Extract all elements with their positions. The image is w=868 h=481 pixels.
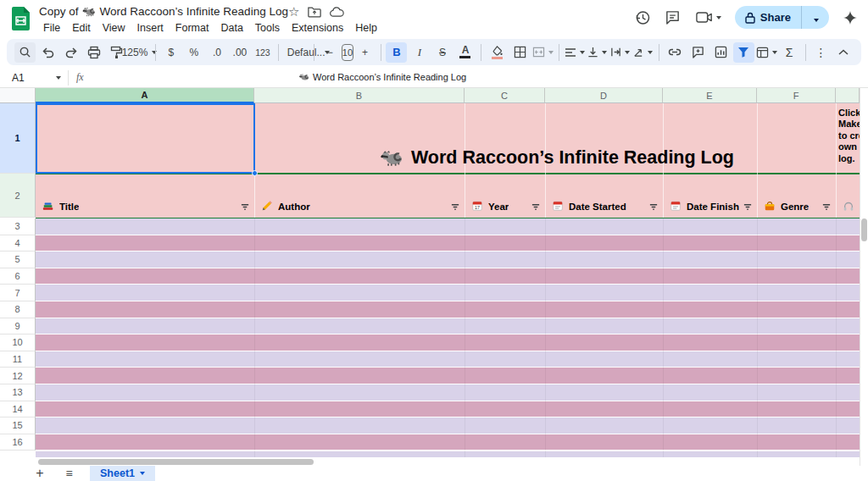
vertical-scrollbar-thumb[interactable] xyxy=(861,218,867,241)
more-options-icon[interactable]: ⋮ xyxy=(810,42,832,63)
filter-button-icon[interactable] xyxy=(531,202,541,212)
text-color-button[interactable]: A xyxy=(454,42,476,63)
header-cell-author[interactable]: Author xyxy=(254,174,465,218)
row-header-3[interactable]: 3 xyxy=(0,218,36,235)
menu-data[interactable]: Data xyxy=(214,20,248,36)
font-size-input[interactable]: 10 xyxy=(342,44,353,61)
row-header-4[interactable]: 4 xyxy=(0,235,36,252)
filter-button-icon[interactable] xyxy=(450,202,460,212)
header-cell-fo[interactable]: Fo xyxy=(836,174,860,218)
row-header-16[interactable]: 16 xyxy=(0,434,36,451)
menu-edit[interactable]: Edit xyxy=(66,20,97,36)
filter-button-icon[interactable] xyxy=(743,202,753,212)
instructions-cell[interactable]: ClickMaketo creown rlog. xyxy=(838,108,860,164)
row-header-12[interactable]: 12 xyxy=(0,368,36,384)
column-header-F[interactable]: F xyxy=(757,88,836,103)
column-header-E[interactable]: E xyxy=(663,88,757,103)
fill-color-icon[interactable] xyxy=(487,42,508,63)
star-icon[interactable]: ☆ xyxy=(288,5,299,19)
share-button[interactable]: Share xyxy=(735,6,829,29)
decrease-decimal-button[interactable]: .0 xyxy=(206,42,227,63)
header-cell-title[interactable]: Title xyxy=(36,174,254,218)
percent-button[interactable]: % xyxy=(183,42,204,63)
sheet-title-cell[interactable]: Word Raccoon’s Infinite Reading Log xyxy=(254,144,860,171)
filter-button-icon[interactable] xyxy=(240,202,250,212)
link-icon[interactable] xyxy=(665,42,686,63)
cloud-saved-icon[interactable] xyxy=(330,7,344,18)
horizontal-scrollbar-thumb[interactable] xyxy=(38,459,314,465)
header-cell-date-finished[interactable]: Date Finished xyxy=(663,174,757,218)
formula-bar-value[interactable]: Word Raccoon’s Infinite Reading Log xyxy=(298,72,466,82)
bold-button[interactable]: B xyxy=(386,42,407,63)
column-header-g[interactable] xyxy=(836,88,860,103)
search-icon[interactable] xyxy=(14,42,36,63)
data-row-15[interactable] xyxy=(36,417,860,434)
row-header-8[interactable]: 8 xyxy=(0,301,36,318)
data-row-14[interactable] xyxy=(36,401,860,417)
data-row-10[interactable] xyxy=(36,334,860,351)
hide-toolbar-icon[interactable] xyxy=(832,42,854,63)
font-select[interactable]: Defaul... xyxy=(284,42,309,63)
name-box[interactable]: A1 xyxy=(8,69,61,86)
print-icon[interactable] xyxy=(83,42,104,63)
row-header-6[interactable]: 6 xyxy=(0,268,36,285)
vertical-scrollbar[interactable] xyxy=(860,88,868,466)
row-header-10[interactable]: 10 xyxy=(0,334,36,351)
header-cell-year[interactable]: 17Year xyxy=(465,174,545,218)
row-header-9[interactable]: 9 xyxy=(0,318,36,335)
header-cell-genre[interactable]: Genre xyxy=(757,174,836,218)
decrease-font-size-button[interactable]: − xyxy=(320,42,341,63)
data-row-8[interactable] xyxy=(36,301,860,318)
increase-decimal-button[interactable]: .00 xyxy=(229,42,250,63)
currency-button[interactable]: $ xyxy=(160,42,181,63)
align-left-icon[interactable] xyxy=(564,42,585,63)
vertical-align-icon[interactable] xyxy=(587,42,608,63)
row-header-5[interactable]: 5 xyxy=(0,252,36,268)
filter-button-icon[interactable] xyxy=(648,202,659,212)
sheets-logo-icon[interactable] xyxy=(12,7,30,30)
spreadsheet-grid[interactable]: ABCDEF 12345678910111213141516 Word Racc… xyxy=(0,88,868,466)
row-header-11[interactable]: 11 xyxy=(0,351,36,368)
undo-icon[interactable] xyxy=(37,42,58,63)
text-wrap-icon[interactable] xyxy=(609,42,631,63)
move-folder-icon[interactable] xyxy=(308,6,321,18)
sheet-tab-sheet1[interactable]: Sheet1 xyxy=(90,466,155,481)
menu-insert[interactable]: Insert xyxy=(131,20,170,36)
column-header-B[interactable]: B xyxy=(254,88,465,103)
increase-font-size-button[interactable]: + xyxy=(354,42,376,63)
row-header-14[interactable]: 14 xyxy=(0,401,36,418)
menu-view[interactable]: View xyxy=(97,20,131,36)
italic-button[interactable]: I xyxy=(409,42,430,63)
number-format-button[interactable]: 123 xyxy=(252,42,273,63)
menu-file[interactable]: File xyxy=(37,20,66,36)
data-row-9[interactable] xyxy=(36,318,860,334)
menu-tools[interactable]: Tools xyxy=(249,20,286,36)
video-call-icon[interactable] xyxy=(694,8,723,27)
functions-button[interactable]: Σ xyxy=(779,42,800,63)
comment-icon[interactable] xyxy=(664,8,682,27)
strikethrough-button[interactable]: S xyxy=(431,42,453,63)
row-header-1[interactable]: 1 xyxy=(0,103,36,174)
filter-views-icon[interactable] xyxy=(756,42,777,63)
menu-help[interactable]: Help xyxy=(349,20,383,36)
filter-button-icon[interactable] xyxy=(821,202,832,212)
share-dropdown[interactable] xyxy=(807,10,826,25)
data-row-17-partial[interactable] xyxy=(36,451,860,457)
zoom-select[interactable]: 125% xyxy=(129,42,150,63)
data-row-3[interactable] xyxy=(36,218,860,235)
history-icon[interactable] xyxy=(633,8,652,27)
redo-icon[interactable] xyxy=(60,42,81,63)
merge-cells-icon[interactable] xyxy=(532,42,554,63)
insert-chart-icon[interactable] xyxy=(710,42,732,63)
fill-handle[interactable] xyxy=(252,170,258,176)
select-all-corner[interactable] xyxy=(0,88,36,103)
row-header-7[interactable]: 7 xyxy=(0,285,36,301)
menu-format[interactable]: Format xyxy=(170,20,215,36)
document-title[interactable]: Copy of Word Raccoon’s Infinite Reading … xyxy=(39,5,288,18)
data-row-7[interactable] xyxy=(36,285,860,301)
data-row-5[interactable] xyxy=(36,252,860,268)
column-header-A[interactable]: A xyxy=(36,88,254,103)
data-row-4[interactable] xyxy=(36,235,860,252)
add-sheet-button[interactable]: + xyxy=(31,466,49,481)
filter-icon[interactable] xyxy=(733,42,754,63)
